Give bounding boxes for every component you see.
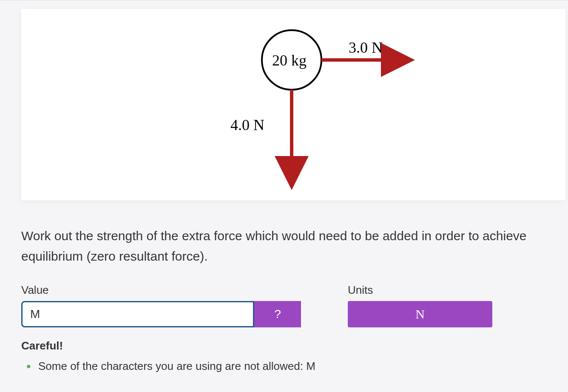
force-diagram-panel: 20 kg 3.0 N 4.0 N — [21, 9, 565, 200]
units-label: Units — [348, 284, 492, 297]
inputs-row: Value ? Units N — [21, 284, 557, 327]
units-select[interactable]: N — [348, 301, 492, 327]
feedback-title: Careful! — [21, 339, 557, 352]
mass-label: 20 kg — [272, 51, 307, 69]
units-group: Units N — [348, 284, 492, 327]
page-root: 20 kg 3.0 N 4.0 N Work out the strength … — [0, 0, 568, 374]
force-diagram-svg — [21, 9, 565, 200]
help-button[interactable]: ? — [254, 301, 301, 327]
feedback-item: Some of the characters you are using are… — [38, 358, 557, 374]
value-label: Value — [21, 284, 301, 297]
value-input[interactable] — [21, 301, 254, 327]
question-text: Work out the strength of the extra force… — [21, 226, 557, 267]
force-right-label: 3.0 N — [349, 39, 383, 57]
question-area: Work out the strength of the extra force… — [21, 226, 557, 374]
force-down-label: 4.0 N — [230, 116, 264, 134]
value-row: ? — [21, 301, 301, 327]
feedback-list: Some of the characters you are using are… — [21, 358, 557, 374]
value-group: Value ? — [21, 284, 301, 327]
feedback-block: Careful! Some of the characters you are … — [21, 339, 557, 374]
